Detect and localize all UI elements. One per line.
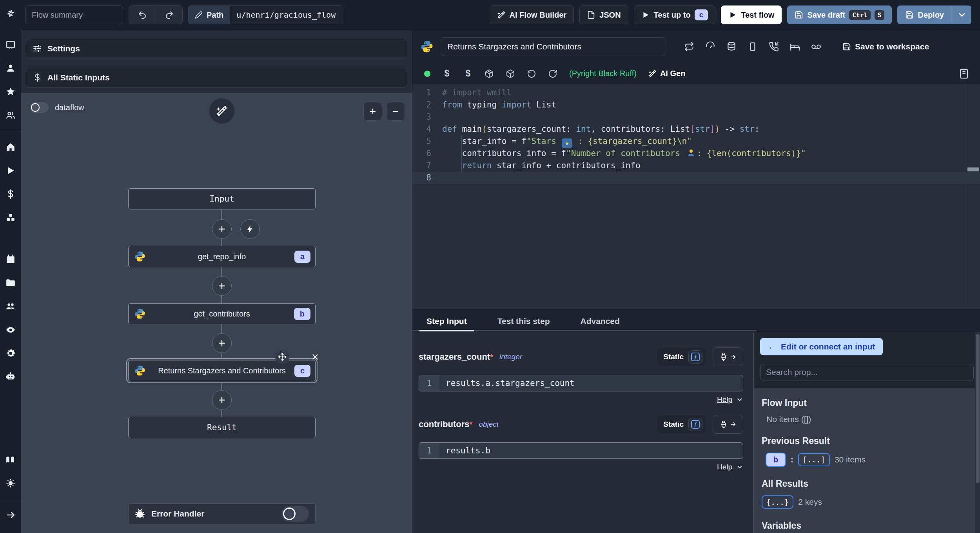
zoom-out-button[interactable]: − [386, 102, 405, 121]
node-returns-stargazers[interactable]: Returns Stargazers and Contributors c [128, 360, 316, 381]
code-line[interactable]: 8 [412, 172, 980, 184]
chevron-down-icon[interactable] [736, 396, 743, 403]
test-up-to-button[interactable]: Test up to c [634, 5, 716, 24]
ai-gen-button[interactable]: AI Gen [648, 69, 685, 78]
collapsed-array-badge[interactable]: [...] [798, 453, 830, 466]
settings-gear-icon[interactable] [3, 346, 18, 361]
error-handler-toggle[interactable] [281, 506, 309, 522]
save-to-workspace-button[interactable]: Save to workspace [842, 42, 929, 51]
tab-step-input[interactable]: Step Input [423, 317, 471, 331]
runs-play-icon[interactable] [3, 163, 18, 178]
node-get-repo-info[interactable]: get_repo_info a [128, 246, 316, 267]
ai-flow-builder-button[interactable]: AI Flow Builder [490, 5, 574, 24]
deploy-dropdown-button[interactable] [952, 5, 971, 24]
reload-refresh-icon[interactable] [548, 69, 557, 78]
static-mode-label[interactable]: Static [663, 353, 684, 361]
code-line[interactable]: 4def main(stargazers_count: int, contrib… [412, 123, 980, 135]
insert-step-button-3[interactable] [212, 333, 232, 353]
deploy-button[interactable]: Deploy [897, 5, 952, 24]
step-title-input[interactable] [441, 37, 666, 56]
error-handler-row[interactable]: Error Handler [128, 503, 316, 524]
tab-advanced[interactable]: Advanced [576, 317, 623, 331]
theme-sun-icon[interactable] [3, 475, 18, 491]
collapsed-object-badge[interactable]: {...} [762, 495, 793, 509]
resources-boxes-icon[interactable] [3, 210, 18, 226]
code-line[interactable]: 5 star_info = f"Stars ★ : {stargazers_co… [412, 135, 980, 147]
trigger-bolt-button[interactable] [240, 219, 260, 239]
package-icon[interactable] [485, 69, 494, 78]
expression-editor[interactable]: 1 results.a.stargazers_count [419, 375, 743, 391]
resource-dollar-icon[interactable]: $ [463, 69, 473, 78]
test-flow-button[interactable]: Test flow [721, 5, 782, 24]
home-icon[interactable] [3, 139, 18, 155]
all-static-inputs-button[interactable]: All Static Inputs [26, 68, 407, 87]
zoom-in-button[interactable]: + [363, 102, 382, 121]
cache-database-icon[interactable] [726, 42, 737, 52]
graph-ai-wand-button[interactable] [209, 98, 235, 124]
redo-button[interactable] [156, 6, 182, 24]
node-result[interactable]: Result [128, 417, 316, 438]
library-book-icon[interactable] [958, 68, 970, 80]
folders-icon[interactable] [3, 275, 18, 291]
flow-summary-input[interactable] [25, 5, 123, 24]
static-mode-label[interactable]: Static [663, 420, 684, 429]
result-key-badge[interactable]: b [766, 453, 786, 467]
code-assistants-status[interactable]: (Pyright Black Ruff) [569, 69, 637, 78]
node-input[interactable]: Input [128, 188, 316, 209]
variables-title: Variables [762, 520, 972, 531]
python-icon [134, 251, 146, 262]
variable-dollar-icon[interactable]: $ [442, 69, 452, 78]
search-prop-input[interactable] [760, 364, 974, 380]
insert-step-button-1[interactable] [212, 219, 232, 239]
node-move-handle[interactable] [275, 350, 289, 364]
connect-input-button[interactable] [713, 415, 743, 434]
code-line[interactable]: 1# import wmill [412, 87, 980, 99]
insert-step-button-2[interactable] [212, 276, 232, 296]
mock-square-icon[interactable] [748, 42, 758, 52]
audit-eye-icon[interactable] [3, 322, 18, 338]
dataflow-toggle[interactable] [30, 102, 49, 113]
path-input[interactable] [230, 5, 343, 24]
javascript-mode-button[interactable]: f [688, 418, 702, 431]
expression-editor[interactable]: 1 results.b [419, 442, 743, 459]
ai-robot-icon[interactable] [3, 369, 18, 385]
retries-repeat-icon[interactable] [684, 42, 694, 52]
code-line[interactable]: 3 [412, 111, 980, 123]
suspend-phone-icon[interactable] [769, 42, 779, 52]
reset-rotate-ccw-icon[interactable] [527, 69, 536, 78]
undo-button[interactable] [129, 6, 156, 24]
insert-step-button-4[interactable] [212, 390, 232, 410]
workers-icon[interactable] [3, 298, 18, 314]
javascript-mode-button[interactable]: f [688, 350, 702, 364]
props-scrollbar[interactable] [975, 332, 980, 533]
code-scrollbar[interactable] [967, 84, 980, 309]
variables-dollar-icon[interactable] [3, 186, 18, 202]
docs-book-icon[interactable] [3, 452, 18, 468]
workspace-icon[interactable] [3, 37, 18, 53]
save-draft-button[interactable]: Save draft Ctrl S [787, 5, 892, 24]
voicemail-icon[interactable] [811, 42, 821, 52]
windmill-logo[interactable] [3, 5, 18, 21]
node-delete-button[interactable] [308, 350, 322, 364]
favorites-star-icon[interactable] [3, 84, 18, 100]
code-line[interactable]: 6 contributors_info = f"Number of contri… [412, 147, 980, 160]
chevron-down-icon[interactable] [736, 464, 743, 471]
schedules-calendar-icon[interactable] [3, 251, 18, 267]
node-get-contributors[interactable]: get_contributors b [128, 303, 316, 324]
help-link[interactable]: Help [717, 463, 732, 471]
expand-arrow-icon[interactable] [3, 507, 18, 523]
json-button[interactable]: JSON [579, 5, 628, 24]
help-link[interactable]: Help [717, 395, 732, 404]
tab-test-this-step[interactable]: Test this step [494, 317, 554, 331]
code-line[interactable]: 2from typing import List [412, 99, 980, 111]
connect-input-button[interactable] [713, 347, 743, 366]
code-editor[interactable]: 1# import wmill2from typing import List3… [412, 84, 980, 309]
sleep-bed-icon[interactable] [790, 42, 800, 52]
concurrency-gauge-icon[interactable] [705, 42, 715, 52]
flow-settings-button[interactable]: Settings [26, 39, 407, 58]
groups-icon[interactable] [3, 107, 18, 123]
edit-or-connect-button[interactable]: ← Edit or connect an input [760, 338, 883, 355]
code-line[interactable]: 7 return star_info + contributors_info [412, 160, 980, 172]
user-icon[interactable] [3, 60, 18, 76]
package-check-icon[interactable] [506, 69, 515, 78]
